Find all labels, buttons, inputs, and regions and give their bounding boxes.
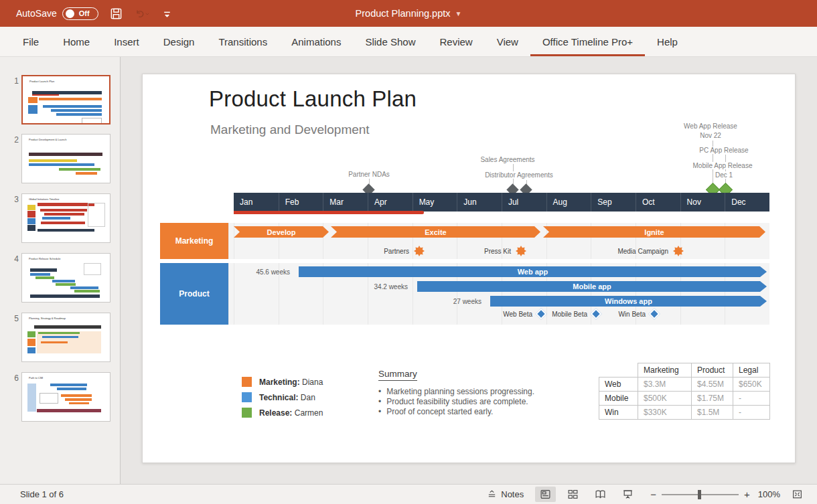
reading-view-button[interactable] [590, 487, 611, 502]
table-cell: $1.5M [692, 406, 733, 420]
title-bar: AutoSave Off [0, 0, 817, 27]
tab-design[interactable]: Design [151, 27, 207, 56]
phase-ignite[interactable]: Ignite [543, 226, 765, 238]
slide-number: 3 [9, 195, 19, 204]
tab-file[interactable]: File [11, 27, 51, 56]
fit-slide-button[interactable] [787, 487, 808, 502]
slide-show-button[interactable] [617, 487, 638, 502]
tab-slide-show[interactable]: Slide Show [353, 27, 427, 56]
month-label: Jul [502, 193, 546, 212]
table-row: Web $3.3M $4.55M $650K [599, 377, 770, 392]
slide-subtitle[interactable]: Marketing and Development [210, 122, 370, 137]
document-title[interactable]: Product Planning.pptx [356, 8, 451, 19]
milestone-label-partner-ndas[interactable]: Partner NDAs [346, 171, 392, 178]
milestone-text: Press Kit [484, 248, 511, 255]
product-lane-label[interactable]: Product [160, 263, 228, 325]
marketing-lane-label[interactable]: Marketing [160, 223, 228, 259]
month-label: Aug [546, 193, 591, 212]
tab-insert[interactable]: Insert [102, 27, 151, 56]
thumb-art-shape [30, 268, 57, 272]
beta-milestone-web[interactable]: Web Beta [503, 310, 545, 318]
marketing-milestone-press-kit[interactable]: Press Kit [484, 246, 526, 256]
thumb-art-shape [39, 98, 102, 100]
summary-bullet-3: •Proof of concept started early. [378, 407, 493, 416]
milestone-label-web-app-release[interactable]: Web App Release [682, 122, 739, 130]
beta-milestone-mobile[interactable]: Mobile Beta [552, 310, 600, 318]
thumb-art-shape [37, 409, 101, 412]
milestone-label-sales-agreements[interactable]: Sales Agreements [478, 156, 536, 163]
milestone-date-mobile-app[interactable]: Dec 1 [713, 171, 735, 179]
bar-mobile-app[interactable]: Mobile app [417, 281, 767, 292]
slide-thumbnail-2[interactable]: Product Development & Launch [21, 134, 110, 183]
month-label: Mar [323, 193, 368, 212]
bar-web-app[interactable]: Web app [299, 266, 767, 277]
legend-release[interactable]: Release: Carmen [242, 408, 323, 418]
slide-title[interactable]: Product Launch Plan [209, 86, 417, 112]
milestone-connector [725, 155, 726, 185]
phase-develop[interactable]: Develop [234, 226, 329, 238]
legend-technical[interactable]: Technical: Dan [242, 392, 315, 402]
zoom-slider[interactable] [662, 494, 739, 495]
thumb-art-shape [27, 218, 35, 224]
zoom-controls: − + 100% [650, 489, 780, 500]
normal-view-button[interactable] [535, 487, 556, 502]
slide-thumbnail-4[interactable]: Product Release Schedule [21, 253, 110, 303]
zoom-slider-thumb[interactable] [698, 490, 701, 499]
table-rowhead-web: Web [599, 377, 638, 392]
document-title-area[interactable]: Product Planning.pptx ▼ [0, 0, 817, 27]
thumb-art-shape [32, 94, 59, 96]
slide-editing-area: Product Launch Plan Marketing and Develo… [121, 57, 817, 484]
thumb-art-shape [70, 286, 98, 289]
milestone-label-pc-app-release[interactable]: PC App Release [697, 147, 750, 154]
slide-number: 6 [9, 373, 19, 383]
milestone-label-mobile-app-release[interactable]: Mobile App Release [691, 162, 755, 169]
milestone-date-web-app[interactable]: Nov 22 [698, 132, 723, 139]
elapsed-time-bar [234, 211, 424, 214]
zoom-level[interactable]: 100% [758, 489, 780, 499]
duration-web-app: 45.6 weeks [256, 268, 290, 276]
thumb-art-shape [35, 276, 54, 279]
thumb-art-shape [38, 229, 94, 232]
thumbnail-row-2: 2 Product Development & Launch [0, 134, 121, 183]
slide-thumbnail-3[interactable]: Global Initiatives Timeline [21, 193, 110, 243]
summary-title[interactable]: Summary [378, 369, 417, 381]
legend-marketing[interactable]: Marketing: Diana [242, 377, 323, 387]
tab-office-timeline-pro[interactable]: Office Timeline Pro+ [530, 27, 645, 56]
title-dropdown-icon[interactable]: ▼ [455, 10, 461, 17]
table-cell: $650K [733, 377, 770, 392]
slide-thumbnail-5[interactable]: Planning, Strategy & Roadmap [21, 313, 110, 362]
fit-slide-icon [792, 489, 803, 500]
zoom-in-button[interactable]: + [744, 489, 750, 500]
table-row: Win $330K $1.5M - [599, 406, 770, 420]
thumb-art-shape [29, 159, 77, 162]
slide-sorter-button[interactable] [563, 487, 583, 502]
slide-thumbnail-1[interactable]: Product Launch Plan [21, 75, 110, 124]
zoom-out-button[interactable]: − [650, 489, 656, 500]
bar-windows-app[interactable]: Windows app [490, 296, 767, 307]
table-cell: $3.3M [638, 377, 692, 392]
slide-canvas[interactable]: Product Launch Plan Marketing and Develo… [142, 74, 796, 463]
diamond-icon [591, 309, 602, 320]
month-label: Apr [368, 193, 413, 212]
phase-excite[interactable]: Excite [331, 226, 540, 238]
cost-table[interactable]: Marketing Product Legal Web $3.3M $4.55M… [599, 363, 770, 420]
slide-number: 1 [9, 76, 19, 86]
table-cell: $330K [638, 406, 692, 420]
notes-button[interactable]: Notes [482, 487, 528, 501]
slide-thumbnail-6[interactable]: Path to CIM [21, 372, 110, 422]
marketing-milestone-partners[interactable]: Partners [384, 246, 425, 256]
normal-view-icon [540, 489, 551, 500]
thumb-art-shape [51, 109, 102, 112]
tab-review[interactable]: Review [427, 27, 484, 56]
marketing-milestone-media-campaign[interactable]: Media Campaign [617, 246, 684, 256]
beta-milestone-win[interactable]: Win Beta [618, 310, 658, 318]
milestone-label-distributor-agreements[interactable]: Distributor Agreements [483, 171, 555, 179]
thumbnail-row-3: 3 Global Initiatives Timeline [0, 193, 121, 243]
tab-help[interactable]: Help [645, 27, 690, 56]
thumb-art-shape [27, 339, 35, 346]
tab-view[interactable]: View [485, 27, 530, 56]
tab-home[interactable]: Home [51, 27, 102, 56]
tab-transitions[interactable]: Transitions [206, 27, 279, 56]
tab-animations[interactable]: Animations [279, 27, 353, 56]
timeline-month-band[interactable]: Jan Feb Mar Apr May Jun Jul Aug Sep Oct … [234, 193, 769, 212]
